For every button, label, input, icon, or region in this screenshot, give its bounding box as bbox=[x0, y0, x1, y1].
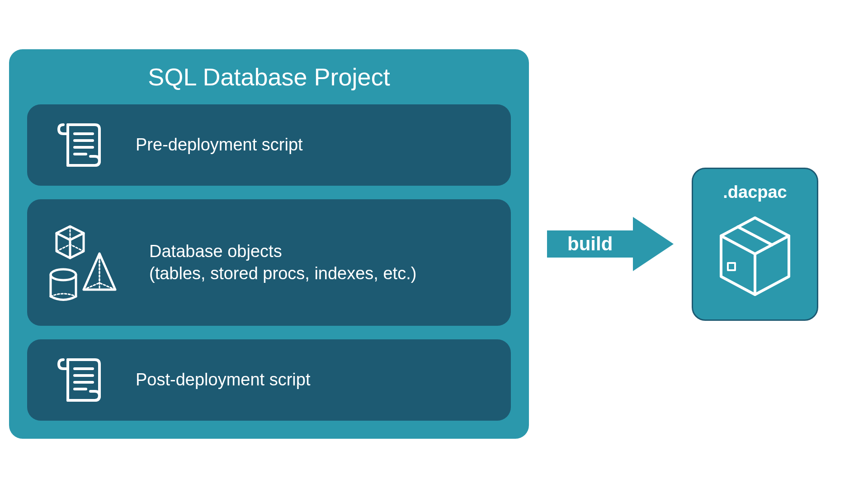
pre-deployment-item: Pre-deployment script bbox=[27, 104, 511, 186]
project-title: SQL Database Project bbox=[27, 63, 511, 91]
svg-rect-9 bbox=[728, 263, 735, 270]
database-objects-label: Database objects(tables, stored procs, i… bbox=[149, 240, 416, 285]
shapes-icon bbox=[45, 217, 127, 308]
post-deployment-label: Post-deployment script bbox=[136, 369, 311, 391]
package-icon bbox=[714, 211, 796, 301]
scroll-icon bbox=[45, 353, 113, 407]
output-title: .dacpac bbox=[723, 183, 787, 202]
database-objects-item: Database objects(tables, stored procs, i… bbox=[27, 199, 511, 326]
build-arrow: build bbox=[542, 210, 678, 278]
arrow-label: build bbox=[567, 233, 613, 255]
svg-point-4 bbox=[51, 269, 76, 280]
pre-deployment-label: Pre-deployment script bbox=[136, 134, 303, 156]
project-box: SQL Database Project Pre-d bbox=[9, 49, 529, 439]
diagram-container: SQL Database Project Pre-d bbox=[9, 49, 859, 439]
post-deployment-item: Post-deployment script bbox=[27, 339, 511, 421]
scroll-icon bbox=[45, 118, 113, 172]
output-box: .dacpac bbox=[692, 168, 818, 321]
